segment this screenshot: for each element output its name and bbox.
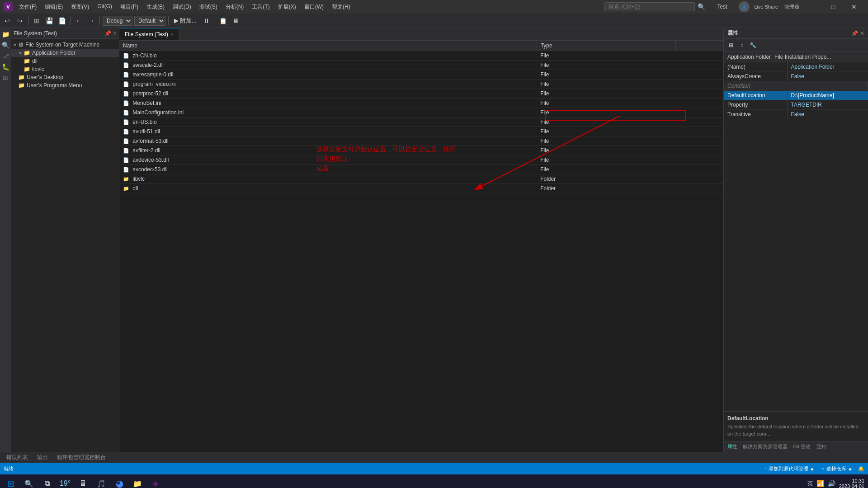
table-row[interactable]: 📄 avutil-51.dll File: [119, 127, 723, 136]
menu-tools[interactable]: 工具(T): [248, 2, 273, 12]
menu-edit[interactable]: 编辑(E): [41, 2, 66, 12]
forward-btn[interactable]: →: [86, 15, 97, 26]
prop-header-icons: 📌 ✕: [851, 30, 864, 37]
tab-close-icon[interactable]: ×: [171, 32, 174, 37]
table-row[interactable]: 📄 avcodec-53.dll File: [119, 165, 723, 174]
file-extra-cell: [676, 61, 723, 70]
tree-item-libvlc[interactable]: 📁 libvlc: [11, 65, 119, 73]
activity-debug[interactable]: 🐛: [1, 62, 10, 71]
taskbar-calc[interactable]: 🖩: [76, 476, 90, 488]
table-row[interactable]: 📄 zh-CN.bio File: [119, 51, 723, 61]
tab-filesystem[interactable]: File System (Test) ×: [119, 28, 179, 40]
activity-extensions[interactable]: ⊞: [1, 73, 10, 82]
solution-btn[interactable]: ⊞: [31, 15, 42, 26]
solution-explorer-link[interactable]: 解决方案资源管理器: [743, 443, 788, 450]
table-row[interactable]: 📄 avformat-53.dll File: [119, 136, 723, 146]
platform-select[interactable]: Default: [134, 16, 165, 26]
tree-item-appfolder[interactable]: ▼ 📁 Application Folder: [11, 49, 119, 57]
panel-pin-icon[interactable]: 📌: [104, 30, 111, 37]
file-extra-cell: [676, 99, 723, 108]
bottom-tab-output[interactable]: 输出: [33, 453, 52, 462]
table-row[interactable]: 📁 dll Folder: [119, 184, 723, 193]
table-row[interactable]: 📄 swresample-0.dll File: [119, 70, 723, 80]
table-row[interactable]: 📄 MenuSet.ini File: [119, 99, 723, 108]
table-row[interactable]: 📄 postproc-52.dll File: [119, 89, 723, 99]
toolbar-extra-2[interactable]: 📋: [218, 15, 229, 26]
taskbar-vs[interactable]: ◈: [148, 476, 163, 488]
status-bell-icon[interactable]: 🔔: [858, 466, 864, 472]
undo-button[interactable]: ↩: [2, 15, 13, 26]
tree-item-desktop[interactable]: 📁 User's Desktop: [11, 73, 119, 81]
taskbar-media[interactable]: 🎵: [94, 476, 108, 488]
activity-search[interactable]: 🔍: [1, 41, 10, 50]
close-button[interactable]: ✕: [844, 0, 864, 14]
table-row[interactable]: 📁 libvlc Folder: [119, 174, 723, 184]
tree-item-root[interactable]: ▼ 🖥 File System on Target Machine: [11, 41, 119, 49]
property-row[interactable]: (Name) Application Folder: [724, 62, 868, 72]
prop-pin-icon[interactable]: 📌: [851, 30, 858, 37]
taskbar-folder[interactable]: 📁: [130, 476, 145, 488]
maximize-button[interactable]: □: [823, 0, 844, 14]
property-row[interactable]: DefaultLocation D:\[ProductName]: [724, 91, 868, 100]
folder-appfolder-icon: 📁: [24, 50, 30, 56]
activity-git[interactable]: ⎇: [1, 52, 10, 61]
toolbar-extra-3[interactable]: 🖥: [231, 15, 241, 26]
menu-git[interactable]: Git(G): [94, 2, 116, 12]
folder-dll-icon: 📁: [24, 58, 30, 64]
run-button[interactable]: ▶ 附加...: [171, 16, 199, 26]
taskbar-search-button[interactable]: 🔍: [22, 476, 36, 488]
toolbar: ↩ ↪ ⊞ 💾 📄 ← → Debug Default ▶ 附加... ⏸ 📋 …: [0, 14, 868, 28]
save-btn[interactable]: 💾: [44, 15, 55, 26]
minimize-button[interactable]: −: [802, 0, 823, 14]
tree-item-programs[interactable]: 📁 User's Programs Menu: [11, 81, 119, 89]
tree-item-dll[interactable]: 📁 dll: [11, 57, 119, 65]
bottom-tab-errors[interactable]: 错误列表: [2, 453, 33, 462]
status-source-control[interactable]: ↑ 添加到源代码管理 ▲: [765, 465, 815, 472]
props-link[interactable]: 属性: [727, 443, 737, 450]
file-name-cell: 📄 zh-CN.bio: [119, 51, 537, 61]
property-row[interactable]: Property TARGETDIR: [724, 100, 868, 110]
prop-wrench-btn[interactable]: 🔧: [748, 41, 757, 50]
file-icon: 📄: [123, 148, 129, 153]
table-row[interactable]: 📄 avdevice-53.dll File: [119, 155, 723, 165]
taskbar-weather[interactable]: 19°: [58, 476, 72, 488]
table-row[interactable]: 📄 MainConfiguration.ini File: [119, 108, 723, 117]
table-row[interactable]: 📄 avfilter-2.dll File: [119, 146, 723, 155]
menu-debug[interactable]: 调试(D): [169, 2, 195, 12]
start-menu-button[interactable]: ⊞: [4, 476, 18, 488]
menu-file[interactable]: 文件(F): [15, 2, 40, 12]
taskbar-taskview-button[interactable]: ⧉: [40, 476, 54, 488]
prop-sort-btn[interactable]: ↕: [737, 41, 746, 50]
redo-button[interactable]: ↪: [14, 15, 25, 26]
global-search-input[interactable]: [604, 2, 695, 11]
git-link[interactable]: Git 更改: [793, 443, 811, 450]
menu-window[interactable]: 窗口(W): [301, 2, 327, 12]
table-row[interactable]: 📄 en-US.bio File: [119, 117, 723, 127]
menu-project[interactable]: 项目(P): [117, 2, 142, 12]
menu-extensions[interactable]: 扩展(X): [274, 2, 300, 12]
file-type-cell: File: [537, 165, 676, 174]
taskbar-chrome[interactable]: ◕: [112, 476, 127, 488]
liveshare-btn[interactable]: Live Share: [754, 4, 778, 9]
menu-help[interactable]: 帮助(H): [328, 2, 354, 12]
debug-mode-select[interactable]: Debug: [103, 16, 132, 26]
prop-close-icon[interactable]: ✕: [860, 30, 864, 37]
menu-build[interactable]: 生成(B): [143, 2, 168, 12]
toolbar-extra-1[interactable]: ⏸: [201, 15, 212, 26]
panel-close-icon[interactable]: ×: [113, 30, 116, 37]
activity-explorer[interactable]: 📁: [1, 30, 10, 39]
notify-link[interactable]: 通知: [816, 443, 826, 450]
status-repo[interactable]: → 选择仓库 ▲: [820, 465, 853, 472]
property-row[interactable]: AlwaysCreate False: [724, 72, 868, 81]
property-row[interactable]: Transitive False: [724, 110, 868, 119]
bottom-tab-packagemanager[interactable]: 程序包管理器控制台: [52, 453, 110, 462]
menu-view[interactable]: 视图(V): [67, 2, 93, 12]
table-row[interactable]: 📄 program_video.ini File: [119, 80, 723, 89]
table-row[interactable]: 📄 swscale-2.dll File: [119, 61, 723, 70]
property-row[interactable]: Condition: [724, 81, 868, 91]
menu-test[interactable]: 测试(S): [196, 2, 221, 12]
menu-analyze[interactable]: 分析(N): [222, 2, 248, 12]
back-btn[interactable]: ←: [73, 15, 84, 26]
save-all-btn[interactable]: 📄: [57, 15, 67, 26]
prop-grid-btn[interactable]: ⊞: [726, 41, 736, 50]
